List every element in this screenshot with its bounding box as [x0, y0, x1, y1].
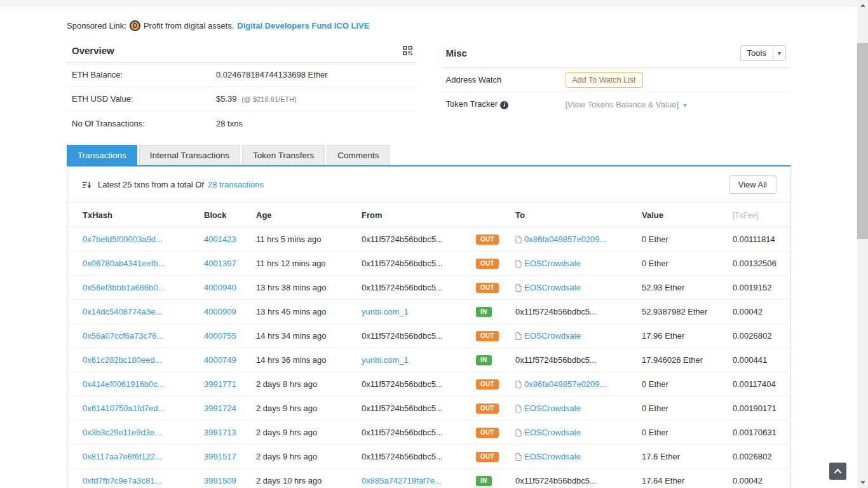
txhash-link[interactable]: 0x61c282bc180eed...	[83, 355, 161, 365]
txn-count-link[interactable]: 28 transactions	[208, 180, 264, 189]
view-all-button[interactable]: View All	[729, 175, 776, 194]
from-cell: 0x11f5724b56bdbc5...	[362, 324, 476, 348]
block-link[interactable]: 4001423	[204, 234, 236, 244]
block-link[interactable]: 4001397	[204, 259, 236, 268]
from-link[interactable]: yunbi.com_1	[362, 355, 409, 365]
table-row: 0xfd7fb7c9e7a3c81... 3991509 2 days 10 h…	[67, 469, 790, 488]
direction-badge: OUT	[476, 379, 499, 390]
eth-usd-label: ETH USD Value:	[72, 94, 216, 104]
age-cell: 11 hrs 12 mins ago	[256, 252, 362, 276]
contract-icon	[515, 332, 522, 340]
back-to-top-button[interactable]	[829, 463, 846, 480]
txfee-cell: 0.00111814	[733, 227, 790, 252]
col-header-block: Block	[204, 203, 256, 227]
txhash-link[interactable]: 0x56a07ccf6a73c76...	[83, 331, 163, 341]
direction-badge: OUT	[476, 234, 499, 245]
block-link[interactable]: 4000749	[204, 355, 236, 365]
from-cell: 0x11f5724b56bdbc5...	[362, 276, 476, 300]
to-link[interactable]: EOSCrowdsale	[524, 259, 581, 268]
chevron-down-icon[interactable]: ▾	[773, 46, 785, 60]
contract-icon	[515, 236, 522, 243]
info-icon[interactable]: i	[500, 101, 508, 109]
txhash-link[interactable]: 0x61410750a1fd7ed...	[83, 403, 165, 413]
age-cell: 14 hrs 36 mins ago	[256, 348, 362, 372]
block-link[interactable]: 4000940	[204, 283, 236, 292]
txfee-cell: 0.0026802	[733, 445, 790, 469]
block-link[interactable]: 4000755	[204, 331, 236, 341]
txhash-link[interactable]: 0x06780ab4341eefb...	[83, 259, 165, 268]
tab-bar: Transactions Internal Transactions Token…	[67, 145, 791, 165]
table-row: 0x414ef0061916b0c... 3991771 2 days 8 hr…	[67, 372, 790, 396]
txhash-link[interactable]: 0x3b3c29e11e9d3e...	[83, 428, 161, 437]
to-link[interactable]: EOSCrowdsale	[524, 403, 581, 413]
to-link[interactable]: EOSCrowdsale	[524, 428, 581, 437]
value-cell: 17.6 Ether	[642, 445, 733, 469]
tools-button[interactable]: Tools	[741, 46, 773, 60]
col-header-from: From	[362, 203, 476, 227]
direction-badge: IN	[476, 476, 492, 486]
tab-token-transfers[interactable]: Token Transfers	[242, 145, 325, 165]
direction-badge: OUT	[476, 331, 499, 341]
txfee-cell: 0.00042	[733, 469, 790, 488]
block-link[interactable]: 3991771	[204, 379, 236, 389]
txhash-link[interactable]: 0x7befd5f00003a9d...	[83, 234, 163, 244]
to-cell: 0x11f5724b56bdbc5...	[515, 348, 642, 372]
txhash-link[interactable]: 0x8117aa7e6f6f122...	[83, 452, 162, 461]
to-link[interactable]: 0x86fa049857e0209...	[524, 379, 606, 389]
tab-transactions[interactable]: Transactions	[67, 145, 137, 165]
scrollbar-thumb[interactable]	[857, 43, 868, 239]
qr-code-icon[interactable]	[403, 46, 412, 55]
misc-title: Misc	[446, 48, 467, 58]
to-link[interactable]: EOSCrowdsale	[524, 452, 581, 461]
chevron-down-icon[interactable]: ▾	[684, 102, 687, 109]
contract-icon	[515, 453, 522, 461]
scrollbar-down-arrow[interactable]	[857, 477, 868, 488]
txhash-link[interactable]: 0xfd7fb7c9e7a3c81...	[83, 476, 161, 485]
value-cell: 0 Ether	[642, 372, 733, 396]
block-link[interactable]: 4000909	[204, 307, 236, 316]
block-link[interactable]: 3991724	[204, 403, 236, 413]
col-header-value: Value	[642, 203, 733, 227]
tab-internal-transactions[interactable]: Internal Transactions	[139, 145, 240, 165]
sponsored-ico-link[interactable]: Digital Developers Fund ICO LIVE	[237, 21, 369, 30]
to-cell: 0x11f5724b56bdbc5...	[515, 300, 642, 324]
contract-icon	[515, 284, 522, 292]
tab-comments[interactable]: Comments	[327, 145, 390, 165]
scrollbar-up-arrow[interactable]	[857, 0, 868, 11]
add-to-watch-list-button[interactable]: Add To Watch List	[566, 72, 643, 88]
block-link[interactable]: 3991517	[204, 452, 236, 461]
txhash-link[interactable]: 0x14dc5408774a3e...	[83, 307, 162, 316]
table-row: 0x61410750a1fd7ed... 3991724 2 days 9 hr…	[67, 396, 790, 421]
table-row: 0x3b3c29e11e9d3e... 3991713 2 days 9 hrs…	[67, 421, 790, 445]
direction-badge: OUT	[476, 259, 499, 269]
table-row: 0x14dc5408774a3e... 4000909 13 hrs 45 mi…	[67, 300, 790, 324]
eth-balance-value: 0.024678184744133698 Ether	[216, 70, 328, 79]
to-link[interactable]: EOSCrowdsale	[524, 331, 581, 341]
sponsored-label: Sponsored Link:	[67, 21, 126, 30]
token-tracker-dropdown[interactable]: [View Tokens Balance & Value]	[566, 100, 679, 109]
block-link[interactable]: 3991713	[204, 428, 236, 437]
txhash-link[interactable]: 0x56ef3bbb1a666b0...	[83, 283, 165, 292]
contract-icon	[515, 381, 522, 388]
contract-icon	[515, 405, 522, 412]
to-link[interactable]: EOSCrowdsale	[524, 283, 581, 292]
to-link[interactable]: 0x86fa049857e0209...	[524, 234, 606, 244]
from-cell: 0x11f5724b56bdbc5...	[362, 421, 476, 445]
tools-dropdown[interactable]: Tools ▾	[740, 45, 786, 61]
txhash-link[interactable]: 0x414ef0061916b0c...	[83, 379, 165, 389]
age-cell: 2 days 9 hrs ago	[256, 421, 362, 445]
txfee-cell: 0.0019152	[733, 276, 790, 300]
sponsored-text: Profit from digital assets.	[144, 21, 234, 30]
value-cell: 17.946026 Ether	[642, 348, 733, 372]
token-tracker-row: Token Trackeri [View Tokens Balance & Va…	[441, 92, 792, 116]
from-link[interactable]: 0x885a742719faf7e...	[362, 476, 442, 485]
block-link[interactable]: 3991509	[204, 476, 236, 485]
transactions-table: TxHash Block Age From To Value [TxFee] 0…	[67, 203, 790, 488]
overview-title: Overview	[72, 45, 114, 56]
table-row: 0x61c282bc180eed... 4000749 14 hrs 36 mi…	[67, 348, 790, 372]
sponsored-link-bar: Sponsored Link: D Profit from digital as…	[67, 6, 791, 35]
txfee-cell: 0.00190171	[733, 396, 790, 421]
from-link[interactable]: yunbi.com_1	[362, 307, 409, 316]
txfee-cell: 0.00170631	[733, 421, 790, 445]
value-cell: 0 Ether	[642, 421, 733, 445]
